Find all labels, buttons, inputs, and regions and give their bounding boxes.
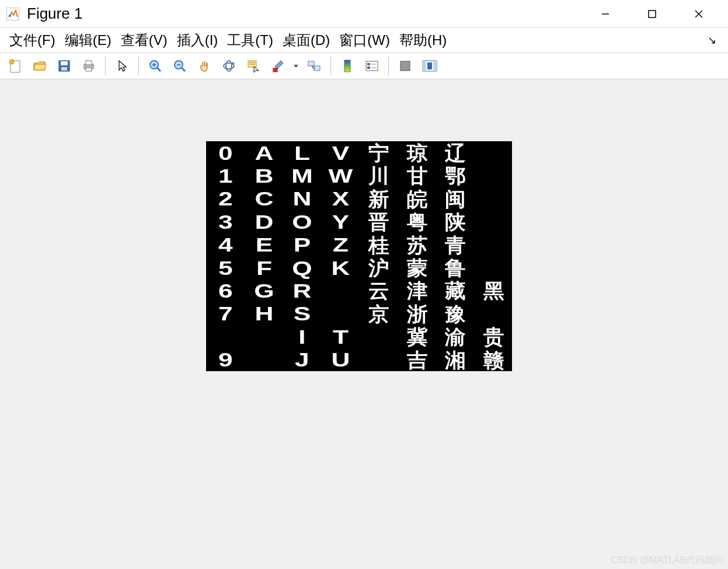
colorbar-button[interactable] <box>336 55 359 77</box>
menubar: 文件(F) 编辑(E) 查看(V) 插入(I) 工具(T) 桌面(D) 窗口(W… <box>0 28 728 53</box>
window-controls <box>594 2 722 26</box>
glyph-cell <box>468 141 518 164</box>
glyph-cell: 浙 <box>395 302 437 326</box>
data-cursor-button[interactable] <box>242 55 265 77</box>
svg-rect-12 <box>86 61 92 65</box>
link-button[interactable] <box>302 55 326 77</box>
glyph-cell: 琼 <box>395 141 437 165</box>
glyph-cell: 赣 <box>472 348 514 372</box>
glyph-cell: 云 <box>357 278 399 302</box>
legend-button[interactable] <box>360 55 384 77</box>
show-plot-tools-button[interactable] <box>418 55 441 77</box>
menu-insert[interactable]: 插入(I) <box>175 30 221 51</box>
zoom-out-button[interactable] <box>168 55 191 77</box>
glyph-cell: 藏 <box>434 278 476 302</box>
svg-rect-9 <box>61 61 68 65</box>
menu-desktop[interactable]: 桌面(D) <box>280 30 332 51</box>
glyph-cell: 晋 <box>357 210 399 233</box>
pointer-button[interactable] <box>110 55 134 77</box>
svg-rect-26 <box>273 68 277 72</box>
window-title: Figure 1 <box>27 5 594 23</box>
menu-edit[interactable]: 编辑(E) <box>62 30 114 51</box>
hide-plot-tools-button[interactable] <box>393 55 417 77</box>
glyph-cell: 京 <box>357 302 399 326</box>
menu-view[interactable]: 查看(V) <box>119 30 170 51</box>
svg-rect-31 <box>367 63 370 65</box>
glyph-cell <box>468 164 518 187</box>
glyph-cell: 甘 <box>395 163 437 187</box>
pan-button[interactable] <box>193 55 216 77</box>
glyph-cell <box>468 210 518 233</box>
menu-tools[interactable]: 工具(T) <box>225 30 276 51</box>
svg-rect-13 <box>86 68 92 71</box>
minimize-button[interactable] <box>594 2 617 26</box>
glyph-cell: 黑 <box>472 278 514 302</box>
save-button[interactable] <box>53 55 76 77</box>
dock-arrow-icon[interactable]: ↘ <box>708 34 721 47</box>
glyph-cell: 沪 <box>357 256 399 280</box>
glyph-cell <box>468 302 518 325</box>
glyph-cell <box>468 233 518 256</box>
svg-rect-32 <box>367 67 370 69</box>
svg-line-19 <box>182 68 185 71</box>
toolbar <box>0 53 728 79</box>
matlab-icon <box>6 7 20 21</box>
svg-rect-3 <box>649 11 656 18</box>
open-button[interactable] <box>28 55 51 77</box>
brush-button[interactable] <box>266 55 290 77</box>
glyph-cell: 苏 <box>395 233 437 257</box>
close-button[interactable] <box>687 2 710 26</box>
menu-window[interactable]: 窗口(W) <box>337 30 392 51</box>
brush-dropdown-button[interactable] <box>291 55 301 77</box>
glyph-cell <box>468 187 518 210</box>
rotate-button[interactable] <box>217 55 241 77</box>
glyph-cell: 渝 <box>434 324 476 348</box>
glyph-cell: 贵 <box>472 324 514 348</box>
toolbar-separator <box>330 57 331 75</box>
glyph-cell: 桂 <box>357 233 399 257</box>
svg-rect-27 <box>308 61 314 66</box>
svg-rect-39 <box>427 62 432 69</box>
menu-file[interactable]: 文件(F) <box>7 30 58 51</box>
toolbar-separator <box>138 57 139 75</box>
figure-image: 0ALV宁琼辽1BMW川甘鄂2CNX新皖闽3DOY晋粤陕4EPZ桂苏青5FQK沪… <box>206 141 512 371</box>
glyph-cell: 宁 <box>357 141 399 165</box>
glyph-cell: 津 <box>395 278 437 302</box>
svg-rect-30 <box>366 61 378 71</box>
svg-rect-38 <box>433 61 437 71</box>
glyph-cell <box>468 256 518 279</box>
svg-rect-37 <box>423 61 426 71</box>
zoom-in-button[interactable] <box>144 55 167 77</box>
toolbar-separator <box>105 57 106 75</box>
glyph-cell: 湘 <box>434 348 476 372</box>
glyph-cell: 皖 <box>395 187 437 211</box>
glyph-cell: 冀 <box>395 324 437 348</box>
svg-point-22 <box>226 61 232 71</box>
figure-canvas[interactable]: 0ALV宁琼辽1BMW川甘鄂2CNX新皖闽3DOY晋粤陕4EPZ桂苏青5FQK沪… <box>0 79 728 569</box>
svg-line-15 <box>157 68 161 71</box>
glyph-cell: 吉 <box>395 348 437 372</box>
svg-rect-35 <box>400 61 410 71</box>
glyph-cell: 川 <box>357 163 399 187</box>
glyph-cell: 新 <box>357 187 399 211</box>
svg-rect-10 <box>61 67 67 71</box>
titlebar: Figure 1 <box>0 0 728 28</box>
glyph-cell: 粤 <box>395 210 437 233</box>
watermark: CSDN @MATLAB代码顾问 <box>611 554 723 567</box>
menu-help[interactable]: 帮助(H) <box>397 30 449 51</box>
new-figure-button[interactable] <box>4 55 27 77</box>
maximize-button[interactable] <box>640 2 664 26</box>
glyph-cell: 蒙 <box>395 256 437 280</box>
svg-rect-29 <box>344 60 350 72</box>
svg-point-1 <box>9 15 11 17</box>
toolbar-separator <box>388 57 389 75</box>
print-button[interactable] <box>77 55 100 77</box>
svg-point-7 <box>9 60 14 64</box>
